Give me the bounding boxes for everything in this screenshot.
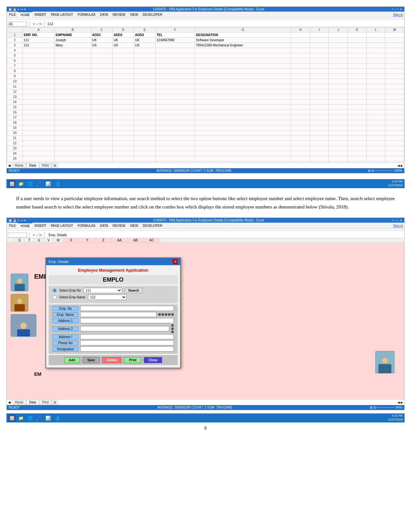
cell-j2[interactable] <box>329 38 347 43</box>
field-input-empno[interactable] <box>80 306 174 311</box>
radio-emp-no[interactable] <box>53 288 57 293</box>
cell-c2[interactable]: UK <box>91 38 113 43</box>
save-button[interactable]: Save <box>83 357 100 363</box>
start-btn[interactable]: 🪟 <box>8 180 15 187</box>
minimize-btn[interactable]: ─ <box>394 8 396 11</box>
taskbar2-word[interactable]: 📘 <box>54 414 61 421</box>
cell-h3[interactable] <box>291 43 310 48</box>
cell-d2[interactable]: UK <box>113 38 134 43</box>
sheet-nav-left[interactable]: ◀ <box>8 164 11 167</box>
cell-i3[interactable] <box>310 43 328 48</box>
tab-home[interactable]: HOME <box>18 12 32 18</box>
minimize-btn-2[interactable]: ─ <box>394 219 396 222</box>
sheet2-home[interactable]: Home <box>12 400 26 405</box>
tab2-file[interactable]: FILE <box>7 223 18 228</box>
field-input-addr3[interactable] <box>80 334 174 339</box>
cell-i1[interactable] <box>310 33 328 38</box>
dialog-close-btn[interactable]: ✕ <box>172 259 178 264</box>
tab-file[interactable]: FILE <box>7 12 18 17</box>
cell-b3[interactable]: Mary <box>54 43 91 48</box>
print-button[interactable]: Print <box>124 357 141 363</box>
field-input-phone[interactable] <box>80 340 174 345</box>
tab2-developer[interactable]: DEVELOPER <box>140 223 164 228</box>
tab-page-layout[interactable]: PAGE LAYOUT <box>49 12 75 17</box>
taskbar2-browser[interactable]: 🌐 <box>26 414 34 421</box>
cell-j3[interactable] <box>329 43 347 48</box>
grid-container-1[interactable]: A B C D E F G H I J K L M 1 <box>7 27 404 162</box>
close-btn-2[interactable]: ✕ <box>400 219 402 222</box>
cell-k2[interactable] <box>347 38 366 43</box>
sign-in-btn-1[interactable]: Sign in <box>392 12 404 17</box>
field-input-empname[interactable] <box>80 312 156 317</box>
taskbar-pen[interactable]: 🖊️ <box>35 180 43 187</box>
cell-m2[interactable] <box>385 38 404 43</box>
sign-in-btn-2[interactable]: Sign in <box>392 223 404 228</box>
field-input-designation[interactable] <box>80 346 174 352</box>
field-input-addr1[interactable] <box>80 318 174 323</box>
sheet-add[interactable]: ⊕ <box>52 163 58 168</box>
cell-l1[interactable] <box>367 33 385 38</box>
cell-l2[interactable] <box>367 38 385 43</box>
cell-l3[interactable] <box>367 43 385 48</box>
cell-g3[interactable]: 785412369 Mechanical Engineer <box>195 43 291 48</box>
cell-f2[interactable]: 1234567890 <box>155 38 195 43</box>
taskbar-excel[interactable]: 📊 <box>44 180 52 187</box>
close-btn[interactable]: ✕ <box>400 8 402 11</box>
sheet2-data[interactable]: Data <box>26 400 39 405</box>
start-btn-2[interactable]: 🪟 <box>8 414 15 421</box>
zoom-control-2[interactable]: ⊞ ⊟ ──────── 94% <box>370 406 402 409</box>
cell-g1[interactable]: DESIGNATION <box>195 33 291 38</box>
tab2-formulas[interactable]: FORMULAS <box>75 223 98 228</box>
cell-h2[interactable] <box>291 38 310 43</box>
zoom-control-1[interactable]: ⊞ ⊟ ──────── 100% <box>368 169 402 172</box>
cell-b2[interactable]: Joseph <box>54 38 91 43</box>
tab2-review[interactable]: REVIEW <box>110 223 127 228</box>
sheet-home[interactable]: Home <box>12 163 26 168</box>
sheet-nav-left-2[interactable]: ◀ <box>8 401 11 404</box>
restore-btn-2[interactable]: □ <box>397 219 399 222</box>
sheet2-print[interactable]: Print <box>39 400 52 405</box>
cell-c3[interactable]: US <box>91 43 113 48</box>
cell-k1[interactable] <box>347 33 366 38</box>
tab-review[interactable]: REVIEW <box>110 12 127 17</box>
cell-m1[interactable] <box>385 33 404 38</box>
sheet-data[interactable]: Data <box>26 163 39 168</box>
tab2-home[interactable]: HOME <box>18 223 32 229</box>
taskbar-explorer[interactable]: 📁 <box>17 180 24 187</box>
cell-g2[interactable]: Software Developer <box>195 38 291 43</box>
taskbar2-explorer[interactable]: 📁 <box>17 414 24 421</box>
sheet2-add[interactable]: ⊕ <box>52 400 58 405</box>
taskbar2-pen[interactable]: 🖊️ <box>35 414 43 421</box>
cell-a1[interactable]: EMP. NO. <box>23 33 54 38</box>
cell-f3[interactable] <box>155 43 195 48</box>
tab-insert[interactable]: INSERT <box>32 12 49 17</box>
cell-m3[interactable] <box>385 43 404 48</box>
cell-e2[interactable]: UK <box>134 38 156 43</box>
taskbar-word[interactable]: 📘 <box>54 180 61 187</box>
formula-input-2[interactable] <box>68 233 403 237</box>
taskbar2-excel[interactable]: 📊 <box>44 414 52 421</box>
radio-emp-name[interactable] <box>53 295 57 299</box>
cell-a3[interactable]: 112 <box>23 43 54 48</box>
tab2-insert[interactable]: INSERT <box>32 223 49 228</box>
tab2-data[interactable]: DATA <box>98 223 110 228</box>
cell-j1[interactable] <box>329 33 347 38</box>
emp-name-combo[interactable]: 112 <box>88 295 127 300</box>
tab-data[interactable]: DATA <box>98 12 110 17</box>
cell-a2[interactable]: 111 <box>23 38 54 43</box>
cell-d1[interactable]: ADD2 <box>113 33 134 38</box>
name-box-1[interactable] <box>8 22 27 26</box>
cell-h1[interactable] <box>291 33 310 38</box>
close-button[interactable]: Close <box>144 357 162 363</box>
tab-formulas[interactable]: FORMULAS <box>75 12 98 17</box>
cell-d3[interactable]: US <box>113 43 134 48</box>
restore-btn[interactable]: □ <box>397 8 399 11</box>
cell-f1[interactable]: TEL <box>155 33 195 38</box>
cell-b1[interactable]: EMPNAME <box>54 33 91 38</box>
field-input-addr2[interactable] <box>80 326 169 331</box>
formula-input-1[interactable] <box>47 22 403 26</box>
cell-i2[interactable] <box>310 38 328 43</box>
cell-e1[interactable]: ADD3 <box>134 33 156 38</box>
sheet-print[interactable]: Print <box>39 163 52 168</box>
cell-k3[interactable] <box>347 43 366 48</box>
